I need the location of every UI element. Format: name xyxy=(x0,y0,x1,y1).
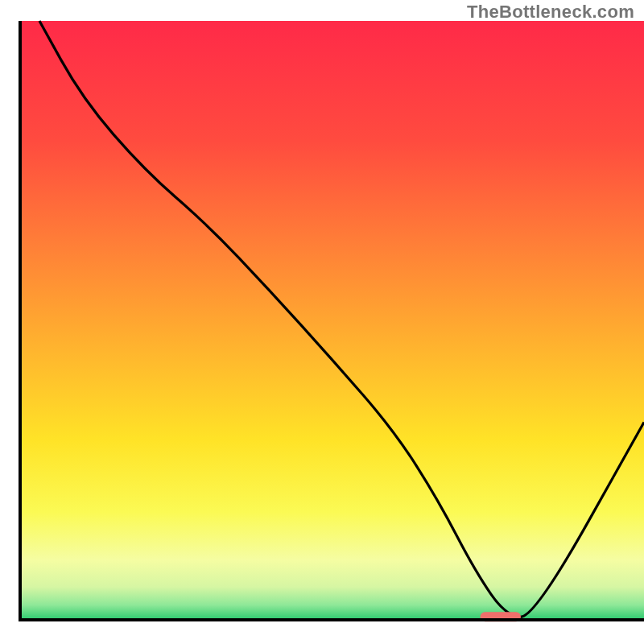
bottleneck-curve-chart xyxy=(0,0,644,644)
plot-gradient-background xyxy=(20,21,644,620)
attribution-watermark: TheBottleneck.com xyxy=(467,2,634,23)
